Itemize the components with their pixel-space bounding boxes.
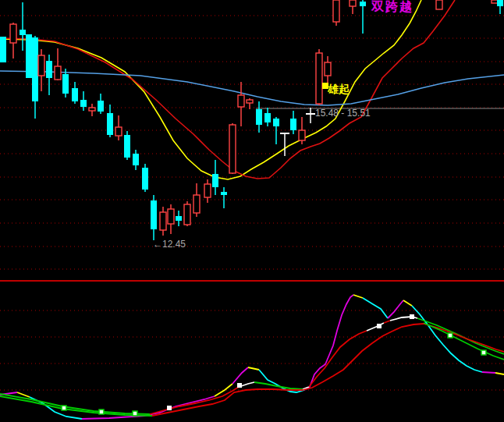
fast-line [482, 372, 495, 373]
candle-down-body[interactable] [124, 135, 130, 158]
fast-line [403, 300, 412, 306]
candle-down-body[interactable] [46, 61, 52, 78]
chart-canvas[interactable] [0, 0, 504, 422]
candle-down-body[interactable] [176, 216, 182, 221]
green-square-marker [99, 410, 104, 414]
fast-line [232, 367, 248, 384]
white-square-marker [410, 314, 414, 319]
candle-up-body[interactable] [168, 209, 174, 224]
candle-down-body[interactable] [142, 168, 148, 190]
candle-up-body[interactable] [10, 24, 16, 43]
candle-down-body[interactable] [256, 109, 262, 125]
strategy-label: 双跨越 [371, 1, 413, 13]
stock-chart-window: 双跨越 雄起 15.48 - 15.51 ←12.45 [0, 0, 504, 422]
candle-up-body[interactable] [350, 0, 356, 6]
candle-up-body[interactable] [184, 204, 190, 225]
candle-down-body[interactable] [360, 2, 366, 6]
candle-up-body[interactable] [238, 95, 244, 107]
white-square-marker [237, 383, 242, 388]
candle-up-body[interactable] [436, 0, 442, 9]
second-green-line [424, 323, 504, 360]
white-square-marker [377, 324, 382, 328]
candle-up-body[interactable] [333, 0, 339, 22]
fast-line [388, 300, 403, 318]
green-square-marker [133, 411, 137, 416]
fast-line [215, 384, 232, 396]
candle-down-body[interactable] [32, 37, 38, 101]
upper-trend-line [150, 387, 239, 414]
low-price-label: ←12.45 [153, 239, 186, 249]
candle-down-body[interactable] [80, 100, 87, 107]
upper-trend-line [0, 394, 150, 414]
candle-down-body[interactable] [221, 192, 227, 195]
fast-line [495, 373, 504, 374]
upper-trend-line [384, 321, 390, 323]
upper-trend-line [254, 382, 303, 389]
upper-trend-line [309, 331, 367, 387]
candle-down-body[interactable] [20, 30, 26, 35]
candle-up-body[interactable] [115, 127, 122, 136]
fast-line [363, 298, 388, 318]
lower-trend-line [303, 324, 424, 390]
candle-up-body[interactable] [316, 53, 322, 104]
candle-down-body[interactable] [26, 34, 32, 78]
fast-line [353, 295, 363, 298]
candle-down-body[interactable] [497, 0, 503, 6]
candle-down-body[interactable] [62, 74, 69, 94]
candle-up-body[interactable] [160, 212, 166, 230]
candle-up-body[interactable] [229, 125, 236, 173]
candle-down-body[interactable] [72, 88, 78, 101]
candle-down-body[interactable] [98, 101, 104, 112]
lower-trend-line [0, 396, 152, 416]
green-square-marker [62, 406, 66, 410]
candle-up-body[interactable] [193, 195, 200, 213]
price-range-label: 15.48 - 15.51 [315, 108, 371, 118]
candle-down-body[interactable] [264, 113, 271, 122]
green-square-marker [448, 333, 453, 338]
candle-up-body[interactable] [204, 184, 211, 197]
candle-up-body[interactable] [89, 108, 95, 111]
buy-signal-label: 雄起 [328, 83, 350, 94]
candle-up-body[interactable] [492, 0, 498, 3]
green-square-marker [481, 350, 486, 355]
candle-down-body[interactable] [212, 174, 218, 187]
candle-down-body[interactable] [290, 119, 296, 130]
fast-line [412, 306, 482, 372]
candle-up-body[interactable] [55, 66, 61, 80]
candle-down-body[interactable] [107, 113, 113, 135]
candle-down-body[interactable] [151, 200, 157, 229]
fast-line [248, 367, 259, 370]
candle-up-body[interactable] [325, 62, 331, 76]
candle-up-body[interactable] [38, 55, 44, 76]
candle-up-body[interactable] [247, 100, 253, 103]
candle-down-body[interactable] [0, 37, 6, 62]
candle-down-body[interactable] [133, 154, 139, 165]
candle-up-body[interactable] [299, 130, 305, 140]
white-square-marker [167, 406, 172, 410]
fast-line [17, 392, 30, 397]
candle-down-body[interactable] [273, 119, 279, 126]
